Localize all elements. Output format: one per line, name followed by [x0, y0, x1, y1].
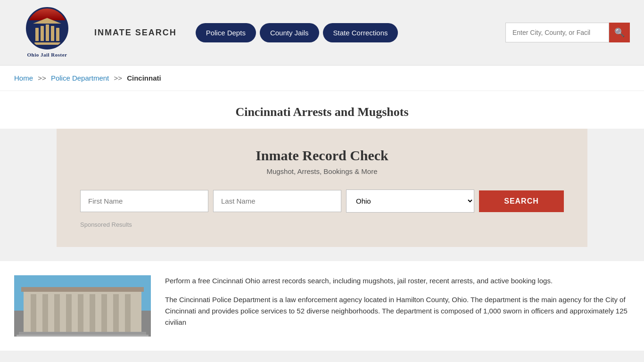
logo-text: Ohio Jail Roster — [27, 51, 67, 58]
svg-rect-4 — [42, 294, 48, 334]
breadcrumb-sep1: >> — [38, 74, 46, 82]
svg-rect-7 — [78, 294, 83, 334]
county-jails-button[interactable]: County Jails — [260, 23, 319, 42]
record-search-button[interactable]: SEARCH — [479, 190, 564, 212]
header-search-input[interactable] — [505, 23, 609, 42]
page-title-area: Cincinnati Arrests and Mugshots — [0, 91, 644, 129]
breadcrumb-bar: Home >> Police Department >> Cincinnati — [0, 66, 644, 91]
state-select[interactable]: Ohio — [346, 189, 474, 213]
record-check-subtitle: Mugshot, Arrests, Bookings & More — [80, 167, 564, 175]
record-check-box: Inmate Record Check Mugshot, Arrests, Bo… — [57, 129, 587, 247]
content-area: Perform a free Cincinnati Ohio arrest re… — [0, 261, 644, 351]
police-depts-button[interactable]: Police Depts — [196, 23, 256, 42]
svg-rect-14 — [17, 335, 149, 337]
page-title: Cincinnati Arrests and Mugshots — [9, 105, 635, 119]
svg-rect-6 — [66, 294, 72, 334]
building-svg — [14, 275, 151, 337]
site-title: INMATE SEARCH — [94, 28, 177, 38]
state-corrections-button[interactable]: State Corrections — [323, 23, 398, 42]
svg-rect-8 — [90, 294, 95, 334]
header-search-button[interactable]: 🔍 — [609, 23, 630, 42]
header: Ohio Jail Roster INMATE SEARCH Police De… — [0, 0, 644, 66]
last-name-input[interactable] — [213, 190, 341, 212]
svg-rect-12 — [21, 287, 144, 292]
nav-buttons: Police Depts County Jails State Correcti… — [196, 23, 398, 42]
svg-rect-3 — [31, 294, 36, 334]
record-form: Ohio SEARCH — [80, 189, 564, 213]
svg-rect-10 — [113, 294, 119, 334]
content-para1: Perform a free Cincinnati Ohio arrest re… — [165, 275, 630, 287]
first-name-input[interactable] — [80, 190, 208, 212]
breadcrumb-current: Cincinnati — [127, 74, 161, 82]
content-image — [14, 275, 151, 337]
content-para2: The Cincinnati Police Department is a la… — [165, 294, 630, 328]
breadcrumb-home[interactable]: Home — [14, 74, 33, 82]
logo-area: Ohio Jail Roster — [14, 7, 80, 58]
breadcrumb-police-dept[interactable]: Police Department — [51, 74, 109, 82]
record-check-title: Inmate Record Check — [80, 148, 564, 164]
svg-rect-5 — [54, 294, 60, 334]
svg-rect-9 — [101, 294, 107, 334]
content-text: Perform a free Cincinnati Ohio arrest re… — [165, 275, 630, 337]
breadcrumb-sep2: >> — [114, 74, 122, 82]
logo-icon — [26, 7, 68, 49]
breadcrumb: Home >> Police Department >> Cincinnati — [14, 74, 630, 82]
header-search-area: 🔍 — [505, 23, 630, 42]
svg-rect-11 — [125, 294, 131, 334]
search-icon: 🔍 — [614, 27, 625, 38]
sponsored-label: Sponsored Results — [80, 221, 564, 228]
